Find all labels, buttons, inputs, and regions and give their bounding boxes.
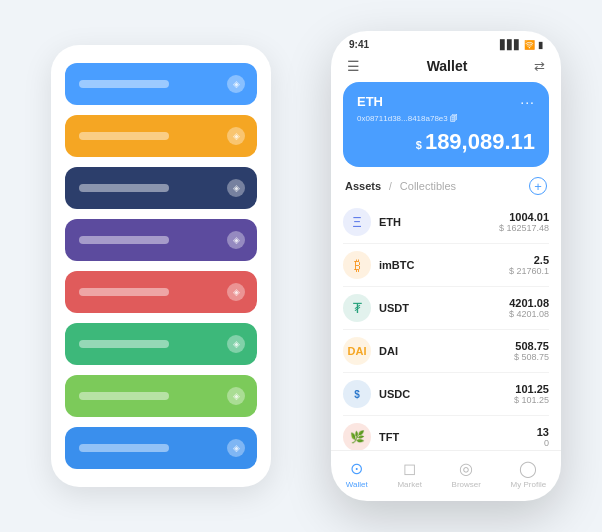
- asset-usd: $ 101.25: [514, 395, 549, 405]
- card-label: [79, 392, 169, 400]
- asset-usd: $ 508.75: [514, 352, 549, 362]
- card-icon: ◈: [227, 179, 245, 197]
- asset-usd: 0: [537, 438, 549, 448]
- card-label: [79, 80, 169, 88]
- market-nav-icon: ◻: [403, 459, 416, 478]
- list-item[interactable]: ◈: [65, 63, 257, 105]
- card-icon: ◈: [227, 127, 245, 145]
- asset-usd: $ 21760.1: [509, 266, 549, 276]
- list-item[interactable]: ◈: [65, 115, 257, 157]
- asset-list: Ξ ETH 1004.01 $ 162517.48 ₿ imBTC 2.5 $ …: [331, 201, 561, 450]
- table-row[interactable]: DAI DAI 508.75 $ 508.75: [343, 330, 549, 373]
- asset-amounts: 2.5 $ 21760.1: [509, 254, 549, 276]
- card-label: [79, 340, 169, 348]
- asset-amounts: 1004.01 $ 162517.48: [499, 211, 549, 233]
- asset-name: imBTC: [379, 259, 509, 271]
- assets-tabs: Assets / Collectibles +: [331, 177, 561, 201]
- menu-icon[interactable]: ☰: [347, 58, 360, 74]
- asset-name: TFT: [379, 431, 537, 443]
- nav-item-wallet[interactable]: ⊙ Wallet: [346, 459, 368, 489]
- asset-amount: 1004.01: [499, 211, 549, 223]
- asset-name: ETH: [379, 216, 499, 228]
- eth-card-amount: $189,089.11: [357, 129, 535, 155]
- tabs-left: Assets / Collectibles: [345, 180, 456, 192]
- asset-amount: 2.5: [509, 254, 549, 266]
- card-label: [79, 288, 169, 296]
- nav-item-profile[interactable]: ◯ My Profile: [511, 459, 547, 489]
- signal-icon: ▋▋▋: [500, 40, 521, 50]
- eth-wallet-card[interactable]: ETH ··· 0x08711d38...8418a78e3 🗐 $189,08…: [343, 82, 549, 167]
- list-item[interactable]: ◈: [65, 323, 257, 365]
- card-icon: ◈: [227, 231, 245, 249]
- usdc-icon: $: [343, 380, 371, 408]
- add-asset-button[interactable]: +: [529, 177, 547, 195]
- list-item[interactable]: ◈: [65, 271, 257, 313]
- browser-nav-icon: ◎: [459, 459, 473, 478]
- eth-card-menu[interactable]: ···: [520, 94, 535, 110]
- asset-amount: 13: [537, 426, 549, 438]
- table-row[interactable]: $ USDC 101.25 $ 101.25: [343, 373, 549, 416]
- asset-name: DAI: [379, 345, 514, 357]
- asset-amounts: 4201.08 $ 4201.08: [509, 297, 549, 319]
- asset-amounts: 13 0: [537, 426, 549, 448]
- table-row[interactable]: ₿ imBTC 2.5 $ 21760.1: [343, 244, 549, 287]
- list-item[interactable]: ◈: [65, 219, 257, 261]
- tab-divider: /: [389, 181, 392, 192]
- scan-icon[interactable]: ⇄: [534, 59, 545, 74]
- asset-name: USDT: [379, 302, 509, 314]
- market-nav-label: Market: [397, 480, 421, 489]
- nav-item-market[interactable]: ◻ Market: [397, 459, 421, 489]
- asset-amount: 4201.08: [509, 297, 549, 309]
- card-icon: ◈: [227, 439, 245, 457]
- currency-symbol: $: [416, 139, 422, 151]
- battery-icon: ▮: [538, 40, 543, 50]
- card-icon: ◈: [227, 283, 245, 301]
- card-label: [79, 444, 169, 452]
- bottom-nav: ⊙ Wallet ◻ Market ◎ Browser ◯ My Profile: [331, 450, 561, 501]
- table-row[interactable]: Ξ ETH 1004.01 $ 162517.48: [343, 201, 549, 244]
- card-icon: ◈: [227, 335, 245, 353]
- status-icons: ▋▋▋ 🛜 ▮: [500, 40, 543, 50]
- asset-amount: 101.25: [514, 383, 549, 395]
- phone-mockup: 9:41 ▋▋▋ 🛜 ▮ ☰ Wallet ⇄ ETH ··· 0x08711d…: [331, 31, 561, 501]
- card-stack: ◈ ◈ ◈ ◈ ◈ ◈ ◈ ◈: [51, 45, 271, 487]
- asset-amount: 508.75: [514, 340, 549, 352]
- list-item[interactable]: ◈: [65, 167, 257, 209]
- dai-icon: DAI: [343, 337, 371, 365]
- eth-icon: Ξ: [343, 208, 371, 236]
- asset-amounts: 101.25 $ 101.25: [514, 383, 549, 405]
- tft-icon: 🌿: [343, 423, 371, 450]
- profile-nav-icon: ◯: [519, 459, 537, 478]
- card-label: [79, 236, 169, 244]
- profile-nav-label: My Profile: [511, 480, 547, 489]
- card-icon: ◈: [227, 387, 245, 405]
- browser-nav-label: Browser: [452, 480, 481, 489]
- table-row[interactable]: ₮ USDT 4201.08 $ 4201.08: [343, 287, 549, 330]
- table-row[interactable]: 🌿 TFT 13 0: [343, 416, 549, 450]
- status-bar: 9:41 ▋▋▋ 🛜 ▮: [331, 31, 561, 54]
- usdt-icon: ₮: [343, 294, 371, 322]
- asset-amounts: 508.75 $ 508.75: [514, 340, 549, 362]
- imbtc-icon: ₿: [343, 251, 371, 279]
- asset-usd: $ 162517.48: [499, 223, 549, 233]
- scene: ◈ ◈ ◈ ◈ ◈ ◈ ◈ ◈: [21, 21, 581, 511]
- wifi-icon: 🛜: [524, 40, 535, 50]
- list-item[interactable]: ◈: [65, 427, 257, 469]
- card-label: [79, 184, 169, 192]
- tab-collectibles[interactable]: Collectibles: [400, 180, 456, 192]
- tab-assets[interactable]: Assets: [345, 180, 381, 192]
- eth-card-address: 0x08711d38...8418a78e3 🗐: [357, 114, 535, 123]
- phone-header: ☰ Wallet ⇄: [331, 54, 561, 82]
- card-label: [79, 132, 169, 140]
- wallet-nav-label: Wallet: [346, 480, 368, 489]
- list-item[interactable]: ◈: [65, 375, 257, 417]
- asset-usd: $ 4201.08: [509, 309, 549, 319]
- wallet-nav-icon: ⊙: [350, 459, 363, 478]
- eth-card-name: ETH: [357, 94, 383, 109]
- nav-item-browser[interactable]: ◎ Browser: [452, 459, 481, 489]
- status-time: 9:41: [349, 39, 369, 50]
- page-title: Wallet: [427, 58, 468, 74]
- asset-name: USDC: [379, 388, 514, 400]
- card-icon: ◈: [227, 75, 245, 93]
